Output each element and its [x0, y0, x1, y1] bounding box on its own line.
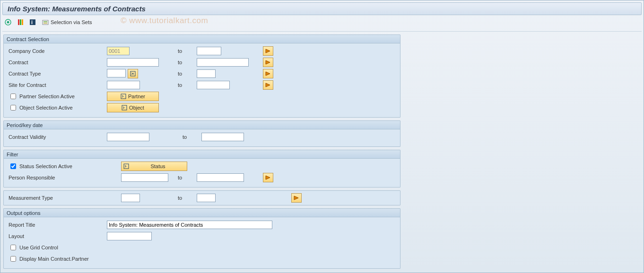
svg-rect-3 — [20, 19, 21, 25]
status-button[interactable]: Status — [121, 162, 187, 171]
watermark-text: © www.tutorialkart.com — [121, 16, 208, 26]
to-label: to — [178, 82, 197, 88]
group-header-filter: Filter — [4, 150, 400, 159]
to-label: to — [178, 175, 197, 180]
execute-icon[interactable] — [3, 18, 13, 26]
app-window: Info System: Measurements of Contracts i… — [0, 0, 644, 273]
partner-selection-active-checkbox[interactable] — [10, 94, 16, 99]
validity-from-input[interactable] — [107, 133, 149, 141]
contract-validity-label: Contract Validity — [8, 134, 107, 140]
to-label: to — [178, 60, 197, 65]
info-icon[interactable]: i — [28, 18, 37, 26]
partner-button-label: Partner — [128, 94, 145, 99]
person-from-input[interactable] — [121, 173, 168, 182]
person-to-input[interactable] — [197, 173, 244, 182]
group-filter: Filter Status Selection Active Status — [3, 150, 400, 188]
object-selection-active-checkbox[interactable] — [10, 105, 16, 111]
layout-input[interactable] — [107, 232, 152, 240]
multiple-selection-person[interactable] — [263, 173, 273, 182]
to-label: to — [178, 48, 197, 54]
multiple-selection-measurement[interactable] — [291, 193, 302, 203]
display-main-contract-partner-checkbox[interactable] — [10, 256, 16, 262]
svg-point-1 — [7, 21, 9, 24]
to-label: to — [178, 71, 197, 77]
content-area: Contract Selection Company Code to Contr… — [2, 34, 642, 269]
svg-rect-9 — [44, 23, 47, 24]
status-selection-active-label: Status Selection Active — [19, 163, 72, 169]
svg-rect-2 — [18, 19, 19, 25]
svg-rect-4 — [22, 19, 23, 25]
group-header-period: Period/key date — [4, 121, 400, 129]
site-to-input[interactable] — [197, 81, 230, 89]
contract-type-to-input[interactable] — [197, 69, 216, 78]
contract-label: Contract — [8, 60, 107, 65]
group-period: Period/key date Contract Validity to — [3, 120, 400, 147]
use-grid-control-checkbox[interactable] — [10, 245, 16, 250]
svg-rect-8 — [44, 21, 47, 22]
page-title: Info System: Measurements of Contracts — [2, 2, 642, 15]
status-button-label: Status — [131, 163, 185, 169]
contract-type-label: Contract Type — [8, 71, 107, 77]
report-title-label: Report Title — [8, 222, 107, 228]
variant-icon[interactable] — [16, 18, 25, 26]
svg-text:i: i — [31, 19, 33, 25]
company-code-to-input[interactable] — [197, 47, 221, 55]
object-selection-active-label: Object Selection Active — [19, 105, 73, 111]
row-measurement-type: Measurement Type to — [3, 190, 400, 205]
measurement-from-input[interactable] — [121, 194, 140, 202]
site-from-input[interactable] — [107, 81, 140, 89]
status-selection-active-checkbox[interactable] — [10, 163, 16, 169]
contract-from-input[interactable] — [107, 58, 159, 67]
company-code-label: Company Code — [8, 48, 107, 54]
measurement-to-input[interactable] — [197, 194, 216, 202]
svg-rect-7 — [43, 20, 48, 25]
display-main-contract-partner-label: Display Main Contract.Partner — [19, 256, 89, 262]
group-contract-selection: Contract Selection Company Code to Contr… — [3, 34, 400, 118]
multiple-selection-contract-type[interactable] — [263, 69, 273, 78]
validity-to-input[interactable] — [201, 133, 244, 141]
group-header-output: Output options — [4, 209, 400, 217]
group-output-options: Output options Report Title Layout Use G… — [3, 208, 400, 269]
selection-via-sets-label: Selection via Sets — [51, 19, 92, 25]
report-title-input[interactable] — [107, 221, 272, 229]
toolbar: i Selection via Sets © www.tutorialkart.… — [2, 15, 642, 32]
multiple-selection-company-code[interactable] — [263, 46, 273, 56]
contract-type-from-input[interactable] — [107, 69, 126, 77]
contract-to-input[interactable] — [197, 58, 249, 67]
object-button[interactable]: Object — [107, 103, 159, 112]
to-label: to — [178, 134, 201, 140]
selection-via-sets-button[interactable]: Selection via Sets — [40, 18, 94, 26]
multiple-selection-contract[interactable] — [263, 58, 273, 67]
measurement-type-label: Measurement Type — [8, 195, 121, 201]
layout-label: Layout — [8, 233, 107, 239]
group-header-contract: Contract Selection — [4, 35, 400, 43]
to-label: to — [178, 195, 197, 201]
company-code-from-input[interactable] — [107, 47, 130, 55]
multiple-selection-site[interactable] — [263, 80, 273, 90]
partner-button[interactable]: Partner — [107, 92, 159, 101]
partner-selection-active-label: Partner Selection Active — [19, 94, 75, 99]
contract-type-search-help[interactable] — [128, 69, 138, 78]
object-button-label: Object — [129, 105, 144, 111]
site-for-contract-label: Site for Contract — [8, 82, 107, 88]
person-responsible-label: Person Responsible — [8, 175, 121, 180]
use-grid-control-label: Use Grid Control — [19, 245, 58, 250]
